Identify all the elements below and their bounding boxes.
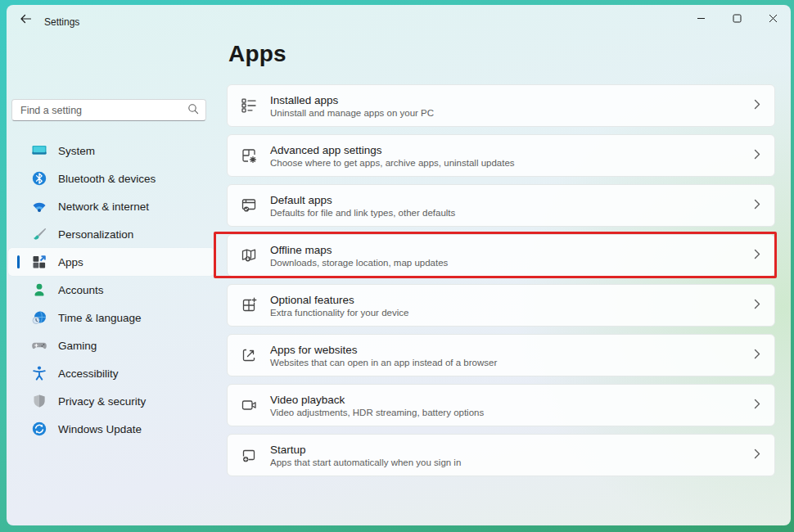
chevron-right-icon [754,248,760,263]
sidebar-item-label: Bluetooth & devices [58,173,156,185]
sidebar-item-windows-update[interactable]: Windows Update [8,415,214,443]
search-input[interactable] [20,105,187,116]
minimize-icon [697,11,706,26]
sidebar-item-label: Gaming [58,340,97,352]
installed-apps-icon [239,96,259,115]
sidebar-item-label: Time & language [58,312,142,324]
window-title: Settings [44,16,79,28]
sidebar-item-label: Accessibility [58,367,119,380]
sidebar-item-apps[interactable]: Apps [8,248,214,276]
chevron-right-icon [754,98,760,113]
personalization-icon [31,226,47,242]
sidebar-item-gaming[interactable]: Gaming [8,331,214,359]
settings-window: Settings System [7,5,791,525]
sidebar-item-label: Privacy & security [58,395,146,408]
optional-features-icon [239,295,259,315]
card-optional-features[interactable]: Optional features Extra functionality fo… [227,284,775,327]
time-language-icon [31,309,47,326]
card-title: Video playback [270,394,484,406]
system-icon [31,142,47,159]
bluetooth-icon [31,170,47,187]
card-title: Optional features [270,294,408,306]
card-video-playback[interactable]: Video playback Video adjustments, HDR st… [227,384,775,426]
search-box[interactable] [11,99,206,121]
card-default-apps[interactable]: Default apps Defaults for file and link … [227,184,775,227]
minimize-button[interactable] [683,5,719,33]
card-subtitle: Extra functionality for your device [270,308,408,318]
card-subtitle: Apps that start automatically when you s… [270,458,461,467]
maximize-icon [733,11,742,26]
sidebar-item-label: Apps [58,256,83,268]
sidebar-item-accessibility[interactable]: Accessibility [8,359,214,387]
card-title: Offline maps [270,244,448,256]
accounts-icon [31,282,47,298]
offline-maps-icon [239,246,259,265]
back-button[interactable] [13,9,38,32]
settings-card-list: Installed apps Uninstall and manage apps… [227,84,775,484]
close-icon [769,11,778,26]
chevron-right-icon [754,198,760,213]
sidebar-item-label: Accounts [58,284,104,296]
card-subtitle: Choose where to get apps, archive apps, … [270,158,515,168]
main-content: Apps Installed apps Uninstall and manage… [227,38,782,67]
chevron-right-icon [754,348,760,363]
gaming-icon [31,337,47,354]
window-controls [683,5,791,33]
sidebar-item-accounts[interactable]: Accounts [8,276,214,304]
card-title: Default apps [270,194,455,206]
sidebar-item-label: System [58,145,95,157]
card-title: Advanced app settings [270,144,515,156]
advanced-app-settings-icon [239,146,259,165]
accessibility-icon [31,365,47,381]
sidebar-item-label: Network & internet [58,201,149,213]
page-title: Apps [228,41,782,67]
card-apps-for-websites[interactable]: Apps for websites Websites that can open… [227,334,775,376]
sidebar-nav: System Bluetooth & devices Network & int… [8,137,214,443]
default-apps-icon [239,196,259,215]
card-subtitle: Video adjustments, HDR streaming, batter… [270,408,484,417]
search-icon [187,103,199,118]
sidebar-item-personalization[interactable]: Personalization [8,220,214,248]
card-title: Apps for websites [270,344,497,356]
chevron-right-icon [754,148,760,163]
card-title: Startup [270,444,461,456]
card-subtitle: Downloads, storage location, map updates [270,258,448,268]
card-title: Installed apps [270,94,434,106]
sidebar-item-time-language[interactable]: Time & language [8,304,214,331]
close-button[interactable] [755,5,791,33]
card-advanced-app-settings[interactable]: Advanced app settings Choose where to ge… [227,134,775,177]
sidebar-item-privacy-security[interactable]: Privacy & security [8,387,214,415]
back-arrow-icon [20,13,32,28]
chevron-right-icon [754,448,760,462]
desktop-background: Settings System [0,0,794,532]
sidebar-item-label: Windows Update [58,423,142,435]
startup-icon [239,445,259,465]
card-offline-maps[interactable]: Offline maps Downloads, storage location… [227,234,775,277]
video-playback-icon [239,395,259,415]
sidebar-item-label: Personalization [58,228,133,241]
chevron-right-icon [754,398,760,413]
sidebar-item-network-internet[interactable]: Network & internet [8,192,214,220]
chevron-right-icon [754,298,760,313]
card-subtitle: Uninstall and manage apps on your PC [270,108,434,118]
apps-icon [31,254,47,270]
card-startup[interactable]: Startup Apps that start automatically wh… [227,434,775,476]
card-subtitle: Defaults for file and link types, other … [270,208,455,218]
maximize-button[interactable] [719,5,755,33]
apps-for-websites-icon [239,345,259,365]
sidebar-item-bluetooth-devices[interactable]: Bluetooth & devices [8,165,214,192]
network-icon [31,198,47,214]
privacy-icon [31,393,47,409]
sidebar-item-system[interactable]: System [8,137,214,165]
card-subtitle: Websites that can open in an app instead… [270,358,497,367]
card-installed-apps[interactable]: Installed apps Uninstall and manage apps… [227,84,775,127]
titlebar: Settings [7,5,791,38]
windows-update-icon [31,421,47,437]
